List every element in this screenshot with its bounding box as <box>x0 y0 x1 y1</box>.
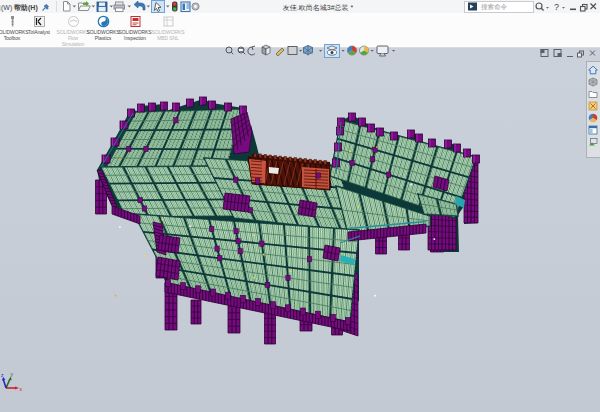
svg-text:y: y <box>11 371 14 377</box>
svg-text:x: x <box>20 386 23 392</box>
svg-text:z: z <box>1 372 4 378</box>
